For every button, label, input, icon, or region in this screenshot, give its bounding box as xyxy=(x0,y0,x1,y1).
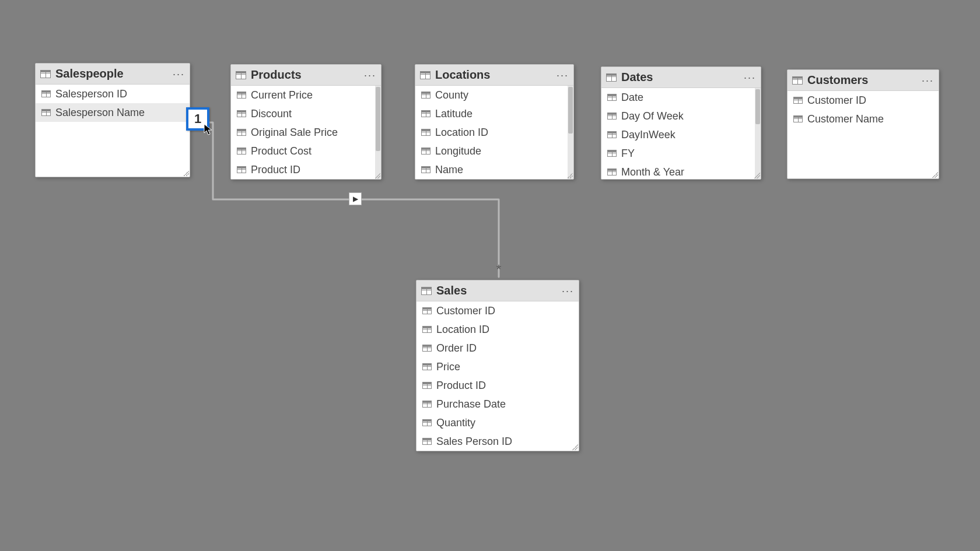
field-icon xyxy=(607,169,617,176)
field-row[interactable]: Salesperson ID xyxy=(36,85,190,103)
field-row[interactable]: Date xyxy=(601,88,761,107)
field-icon xyxy=(422,419,432,426)
cardinality-one[interactable]: 1 xyxy=(186,107,209,131)
field-row[interactable]: Product Cost xyxy=(231,142,381,160)
resize-handle[interactable] xyxy=(374,173,380,178)
table-menu-button[interactable]: ··· xyxy=(744,71,756,83)
field-icon xyxy=(422,307,432,314)
scrollbar-thumb[interactable] xyxy=(568,87,573,134)
table-title: Products xyxy=(251,68,302,82)
table-menu-button[interactable]: ··· xyxy=(173,68,185,80)
cardinality-many: * xyxy=(495,266,502,273)
field-label: Sales Person ID xyxy=(436,434,512,448)
field-icon xyxy=(421,129,430,136)
table-header[interactable]: Locations ··· xyxy=(415,65,573,86)
field-row[interactable]: Original Sale Price xyxy=(231,123,381,142)
field-label: Longitude xyxy=(435,144,481,158)
scrollbar[interactable] xyxy=(375,86,381,179)
field-label: Current Price xyxy=(251,88,313,102)
table-title: Sales xyxy=(436,284,467,297)
field-label: Purchase Date xyxy=(436,397,506,411)
table-body: County Latitude Location ID Longitude Na… xyxy=(415,86,573,179)
scrollbar-thumb[interactable] xyxy=(376,87,380,151)
field-row[interactable]: Current Price xyxy=(231,86,381,104)
table-locations[interactable]: Locations ··· County Latitude Location I… xyxy=(415,64,574,180)
scrollbar[interactable] xyxy=(568,86,573,179)
field-row[interactable]: Month & Year xyxy=(601,163,761,179)
table-icon xyxy=(792,76,803,85)
field-icon xyxy=(422,438,432,445)
table-menu-button[interactable]: ··· xyxy=(922,74,934,86)
table-sales[interactable]: Sales ··· Customer ID Location ID Order … xyxy=(416,280,579,451)
resize-handle[interactable] xyxy=(572,444,578,450)
field-row[interactable]: DayInWeek xyxy=(601,125,761,144)
resize-handle[interactable] xyxy=(932,172,938,178)
field-row[interactable]: Order ID xyxy=(416,339,579,357)
field-row[interactable]: Location ID xyxy=(416,320,579,339)
resize-handle[interactable] xyxy=(183,170,189,176)
field-label: Customer ID xyxy=(807,93,866,107)
table-menu-button[interactable]: ··· xyxy=(364,69,376,81)
field-row[interactable]: County xyxy=(415,86,573,104)
field-icon xyxy=(421,166,430,173)
field-label: Order ID xyxy=(436,341,477,355)
field-row[interactable]: Product ID xyxy=(416,376,579,395)
field-icon xyxy=(237,166,246,173)
table-customers[interactable]: Customers ··· Customer ID Customer Name xyxy=(787,69,939,179)
table-dates[interactable]: Dates ··· Date Day Of Week DayInWeek FY … xyxy=(601,66,761,180)
field-icon xyxy=(237,92,246,99)
field-label: Date xyxy=(621,90,643,104)
table-body: Customer ID Customer Name xyxy=(788,91,939,178)
field-icon xyxy=(421,110,430,117)
table-title: Salespeople xyxy=(55,67,124,80)
field-row[interactable]: Day Of Week xyxy=(601,107,761,125)
table-icon xyxy=(420,71,430,79)
field-label: Name xyxy=(435,163,463,177)
field-icon xyxy=(607,150,617,157)
table-header[interactable]: Customers ··· xyxy=(788,70,939,91)
field-label: Product Cost xyxy=(251,144,312,158)
model-canvas[interactable]: ▶ * Salespeople ··· Salesperson ID Sales… xyxy=(0,0,980,551)
field-row[interactable]: Discount xyxy=(231,104,381,123)
table-title: Dates xyxy=(621,71,653,84)
field-icon xyxy=(422,326,432,333)
field-label: Day Of Week xyxy=(621,109,684,123)
field-label: FY xyxy=(621,146,635,160)
table-header[interactable]: Dates ··· xyxy=(601,67,761,88)
table-header[interactable]: Salespeople ··· xyxy=(36,64,190,85)
field-row[interactable]: Sales Person ID xyxy=(416,432,579,451)
field-row[interactable]: Salesperson Name xyxy=(36,103,190,122)
field-row[interactable]: Purchase Date xyxy=(416,395,579,413)
field-label: Location ID xyxy=(436,322,489,336)
scrollbar-thumb[interactable] xyxy=(755,89,760,124)
table-menu-button[interactable]: ··· xyxy=(556,69,569,81)
scrollbar[interactable] xyxy=(755,88,761,179)
field-icon xyxy=(422,345,432,352)
field-icon xyxy=(422,382,432,389)
field-row[interactable]: Price xyxy=(416,357,579,376)
field-row[interactable]: Product ID xyxy=(231,160,381,179)
field-row[interactable]: Latitude xyxy=(415,104,573,123)
table-header[interactable]: Products ··· xyxy=(231,65,381,86)
field-row[interactable]: Name xyxy=(415,160,573,179)
table-salespeople[interactable]: Salespeople ··· Salesperson ID Salespers… xyxy=(35,63,190,177)
resize-handle[interactable] xyxy=(754,173,760,178)
field-label: Month & Year xyxy=(621,165,684,179)
table-header[interactable]: Sales ··· xyxy=(416,280,579,301)
field-row[interactable]: Customer ID xyxy=(416,301,579,320)
field-icon xyxy=(607,131,617,138)
field-row[interactable]: Location ID xyxy=(415,123,573,142)
filter-direction-icon: ▶ xyxy=(349,192,362,205)
table-body: Customer ID Location ID Order ID Price P… xyxy=(416,301,579,451)
field-row[interactable]: Quantity xyxy=(416,413,579,432)
field-row[interactable]: FY xyxy=(601,144,761,163)
field-row[interactable]: Customer ID xyxy=(788,91,939,110)
field-row[interactable]: Longitude xyxy=(415,142,573,160)
field-icon xyxy=(422,401,432,408)
resize-handle[interactable] xyxy=(567,173,573,178)
field-label: Salesperson Name xyxy=(55,106,145,120)
field-icon xyxy=(421,92,430,99)
table-menu-button[interactable]: ··· xyxy=(562,285,574,297)
table-products[interactable]: Products ··· Current Price Discount Orig… xyxy=(230,64,382,180)
field-row[interactable]: Customer Name xyxy=(788,110,939,128)
